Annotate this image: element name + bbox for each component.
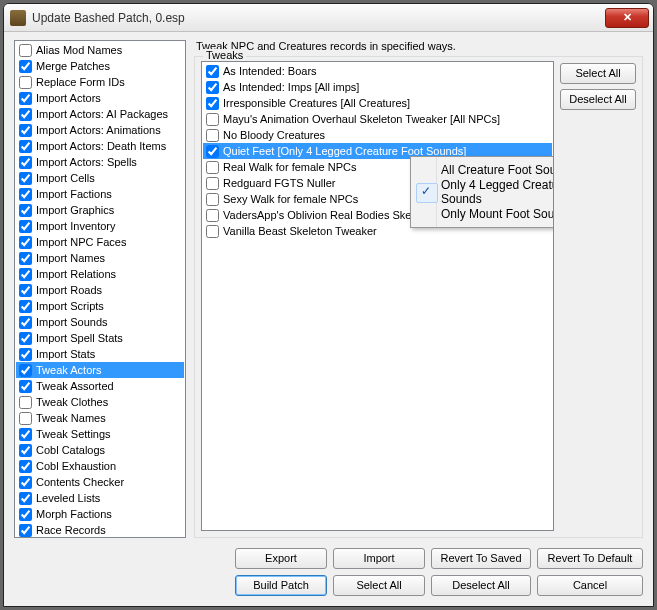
tweaks-list[interactable]: As Intended: BoarsAs Intended: Imps [All… bbox=[201, 61, 554, 531]
category-checkbox[interactable] bbox=[19, 380, 32, 393]
category-checkbox[interactable] bbox=[19, 460, 32, 473]
category-checkbox[interactable] bbox=[19, 188, 32, 201]
category-item[interactable]: Import Actors: Spells bbox=[16, 154, 184, 170]
tweak-checkbox[interactable] bbox=[206, 97, 219, 110]
category-item[interactable]: Morph Factions bbox=[16, 506, 184, 522]
category-item[interactable]: Import Stats bbox=[16, 346, 184, 362]
tweak-checkbox[interactable] bbox=[206, 209, 219, 222]
category-checkbox[interactable] bbox=[19, 140, 32, 153]
category-item[interactable]: Import Actors bbox=[16, 90, 184, 106]
category-checkbox[interactable] bbox=[19, 300, 32, 313]
category-label: Cobl Exhaustion bbox=[36, 460, 116, 472]
category-checkbox[interactable] bbox=[19, 508, 32, 521]
category-item[interactable]: Import Roads bbox=[16, 282, 184, 298]
category-item[interactable]: Import Inventory bbox=[16, 218, 184, 234]
category-list[interactable]: Alias Mod NamesMerge PatchesReplace Form… bbox=[14, 40, 186, 538]
category-checkbox[interactable] bbox=[19, 524, 32, 537]
titlebar[interactable]: Update Bashed Patch, 0.esp ✕ bbox=[4, 4, 653, 32]
build-patch-button[interactable]: Build Patch bbox=[235, 575, 327, 596]
category-checkbox[interactable] bbox=[19, 428, 32, 441]
category-checkbox[interactable] bbox=[19, 444, 32, 457]
category-item[interactable]: Cobl Exhaustion bbox=[16, 458, 184, 474]
category-checkbox[interactable] bbox=[19, 316, 32, 329]
revert-to-default-button[interactable]: Revert To Default bbox=[537, 548, 643, 569]
category-checkbox[interactable] bbox=[19, 332, 32, 345]
tweak-item[interactable]: Mayu's Animation Overhaul Skeleton Tweak… bbox=[203, 111, 552, 127]
category-checkbox[interactable] bbox=[19, 412, 32, 425]
category-item[interactable]: Import Sounds bbox=[16, 314, 184, 330]
category-item[interactable]: Tweak Clothes bbox=[16, 394, 184, 410]
category-item[interactable]: Import Graphics bbox=[16, 202, 184, 218]
tweak-checkbox[interactable] bbox=[206, 65, 219, 78]
tweak-item[interactable]: As Intended: Imps [All imps] bbox=[203, 79, 552, 95]
category-checkbox[interactable] bbox=[19, 76, 32, 89]
category-item[interactable]: Alias Mod Names bbox=[16, 42, 184, 58]
export-button[interactable]: Export bbox=[235, 548, 327, 569]
category-checkbox[interactable] bbox=[19, 108, 32, 121]
tweak-checkbox[interactable] bbox=[206, 161, 219, 174]
category-item[interactable]: Import Relations bbox=[16, 266, 184, 282]
category-item[interactable]: Replace Form IDs bbox=[16, 74, 184, 90]
deselect-all-button[interactable]: Deselect All bbox=[431, 575, 531, 596]
tweaks-select-all-button[interactable]: Select All bbox=[560, 63, 636, 84]
context-menu-item[interactable]: Only Mount Foot Sounds bbox=[413, 203, 554, 225]
category-item[interactable]: Import Actors: AI Packages bbox=[16, 106, 184, 122]
tweak-checkbox[interactable] bbox=[206, 81, 219, 94]
category-checkbox[interactable] bbox=[19, 492, 32, 505]
category-checkbox[interactable] bbox=[19, 124, 32, 137]
category-checkbox[interactable] bbox=[19, 92, 32, 105]
revert-to-saved-button[interactable]: Revert To Saved bbox=[431, 548, 531, 569]
category-item[interactable]: Leveled Lists bbox=[16, 490, 184, 506]
category-checkbox[interactable] bbox=[19, 252, 32, 265]
tweak-checkbox[interactable] bbox=[206, 113, 219, 126]
category-checkbox[interactable] bbox=[19, 156, 32, 169]
panel-description: Tweak NPC and Creatures records in speci… bbox=[194, 40, 643, 56]
category-item[interactable]: Tweak Actors bbox=[16, 362, 184, 378]
category-label: Import NPC Faces bbox=[36, 236, 126, 248]
category-checkbox[interactable] bbox=[19, 284, 32, 297]
tweak-item[interactable]: As Intended: Boars bbox=[203, 63, 552, 79]
cancel-button[interactable]: Cancel bbox=[537, 575, 643, 596]
tweak-item[interactable]: Irresponsible Creatures [All Creatures] bbox=[203, 95, 552, 111]
category-item[interactable]: Import NPC Faces bbox=[16, 234, 184, 250]
tweak-checkbox[interactable] bbox=[206, 177, 219, 190]
tweak-checkbox[interactable] bbox=[206, 145, 219, 158]
category-checkbox[interactable] bbox=[19, 44, 32, 57]
category-checkbox[interactable] bbox=[19, 364, 32, 377]
category-checkbox[interactable] bbox=[19, 268, 32, 281]
tweak-checkbox[interactable] bbox=[206, 225, 219, 238]
context-menu[interactable]: All Creature Foot SoundsOnly 4 Legged Cr… bbox=[410, 156, 554, 228]
category-item[interactable]: Cobl Catalogs bbox=[16, 442, 184, 458]
category-item[interactable]: Import Actors: Death Items bbox=[16, 138, 184, 154]
tweak-checkbox[interactable] bbox=[206, 193, 219, 206]
close-button[interactable]: ✕ bbox=[605, 8, 649, 28]
import-button[interactable]: Import bbox=[333, 548, 425, 569]
category-item[interactable]: Import Factions bbox=[16, 186, 184, 202]
category-checkbox[interactable] bbox=[19, 60, 32, 73]
category-item[interactable]: Import Cells bbox=[16, 170, 184, 186]
tweak-item[interactable]: No Bloody Creatures bbox=[203, 127, 552, 143]
category-item[interactable]: Import Names bbox=[16, 250, 184, 266]
category-item[interactable]: Race Records bbox=[16, 522, 184, 538]
category-item[interactable]: Contents Checker bbox=[16, 474, 184, 490]
category-item[interactable]: Import Actors: Animations bbox=[16, 122, 184, 138]
select-all-button[interactable]: Select All bbox=[333, 575, 425, 596]
category-checkbox[interactable] bbox=[19, 172, 32, 185]
category-label: Replace Form IDs bbox=[36, 76, 125, 88]
category-item[interactable]: Tweak Assorted bbox=[16, 378, 184, 394]
category-checkbox[interactable] bbox=[19, 236, 32, 249]
category-checkbox[interactable] bbox=[19, 348, 32, 361]
context-menu-item[interactable]: Only 4 Legged Creature Foot Sounds bbox=[413, 181, 554, 203]
category-checkbox[interactable] bbox=[19, 204, 32, 217]
category-item[interactable]: Import Scripts bbox=[16, 298, 184, 314]
category-checkbox[interactable] bbox=[19, 476, 32, 489]
category-item[interactable]: Import Spell Stats bbox=[16, 330, 184, 346]
category-checkbox[interactable] bbox=[19, 220, 32, 233]
category-checkbox[interactable] bbox=[19, 396, 32, 409]
category-item[interactable]: Tweak Names bbox=[16, 410, 184, 426]
category-item[interactable]: Tweak Settings bbox=[16, 426, 184, 442]
category-item[interactable]: Merge Patches bbox=[16, 58, 184, 74]
tweak-checkbox[interactable] bbox=[206, 129, 219, 142]
tweaks-deselect-all-button[interactable]: Deselect All bbox=[560, 89, 636, 110]
category-label: Import Actors: Spells bbox=[36, 156, 137, 168]
